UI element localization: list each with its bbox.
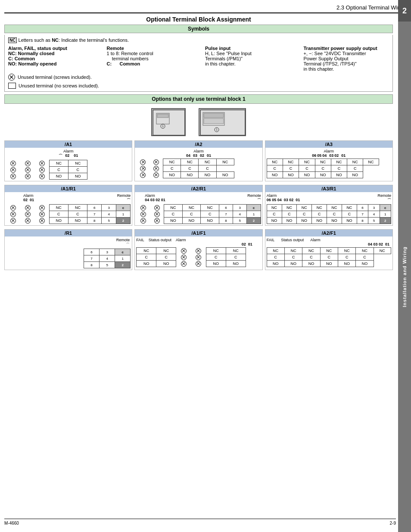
R1-table: 63c 741 852 [6,249,131,268]
symbols-section: Symbols NC Letters such as NC: Indicate … [4,25,393,92]
section-R1-body: Remote ⌒ 63c 741 [5,236,132,270]
A2F1-table: NC NCNC NCNC NCNC C CC CC C NO [267,247,391,267]
section-A1F1: /A1/F1 FAIL Status output Alarm 02 01 NC… [134,229,262,270]
section-A1R1-header: /A1/R1 [5,185,132,192]
header-bar: 2.3 Optional Terminal Wiring [4,4,407,13]
section-A3R1-body: Alarm Remote 06 05 04 03 02 01 ⌒ NCNCNCN… [265,192,392,225]
svg-rect-8 [204,118,224,124]
symbols-body: NC Letters such as NC: Indicate the term… [4,35,393,92]
pulse-title: Pulse input [205,46,291,51]
footer-left: M-4660 [4,521,19,526]
alarm-nc: NC: Normally closed [8,51,94,56]
A3R1-table: NCNCNCNCNCNC63c CCCCCC741 NONONONONONO85… [267,204,391,224]
footer-right: 2-9 [390,521,396,526]
A2-table: NCNCNCNC CCC NONONONO [136,159,261,178]
device-box-1: 1 [151,108,186,136]
section-R1: /R1 Remote ⌒ 63c [4,229,132,270]
section-A2R1: /A2/R1 Alarm Remote 04 03 02 01 ⌒ [134,185,262,226]
options-header: Options that only use terminal block 1 [4,94,393,104]
unused-screw-text: Unused terminal (screws included). [18,75,92,80]
svg-text:1: 1 [216,128,218,131]
page-footer: M-4660 2-9 [4,519,396,526]
section-A3-body: Alarm 060504030201 NCNCNCNCNCNCNC CCCCCC… [265,148,392,180]
section-A3R1: /A3/R1 Alarm Remote 06 05 04 03 02 01 ⌒ … [265,185,393,226]
section-A1F1-header: /A1/F1 [135,230,262,236]
section-A2R1-header: /A2/R1 [135,185,262,192]
section-A2F1-header: /A2/F1 [265,230,392,236]
unused-screw-row: Unused terminal (screws included). [8,74,389,81]
alarm-title: Alarm, FAIL, status output [8,46,94,51]
page-title: Optional Terminal Block Assignment [4,16,393,23]
sections-row-1: /A1 Alarm ⌒0201 NCNC [4,140,393,181]
A1R1-table: NCNC63c CC741 NONO852 [6,204,131,224]
symbols-header: Symbols [4,25,393,33]
square-icon [8,83,16,89]
remote-c: C: Common [107,61,193,66]
section-A1R1-body: Alarm Remote 02 01 ⌒ NCNC63c [5,192,132,225]
transmitter-desc: +, −: See "24VDC TransmitterPower Supply… [304,51,389,72]
remote-col: Remote 1 to 8: Remote control terminal n… [107,46,193,72]
header-title: 2.3 Optional Terminal Wiring [336,4,407,11]
sidebar-text: Installation and Wiring [398,22,411,532]
symbols-nc-desc: NC Letters such as NC: Indicate the term… [8,37,389,43]
section-A1: /A1 Alarm ⌒0201 NCNC [4,140,132,181]
section-A2F1: /A2/F1 FAIL Status output Alarm 04 03 02… [265,229,393,270]
A2R1-table: NCNCNC63c CCC741 NONONO852 [136,204,261,224]
device-diagrams: 1 1 [4,108,393,136]
section-A1F1-body: FAIL Status output Alarm 02 01 NC NC NCN… [135,236,262,268]
device-box-2: 1 [199,108,246,136]
section-A3-header: /A3 [265,141,392,148]
pulse-col: Pulse input H, L: See "Pulse InputTermin… [205,46,291,72]
symbols-desc-text: Letters such as NC: Indicate the termina… [19,37,129,43]
svg-rect-2 [157,114,168,118]
unused-noscrew-row: Unused terminal (no screws included). [8,83,389,89]
transmitter-title: Transmitter power supply output [304,46,389,51]
A1F1-table: NC NC NCNC C C CC [136,247,261,267]
transmitter-col: Transmitter power supply output +, −: Se… [304,46,389,72]
symbols-row: Alarm, FAIL, status output NC: Normally … [8,46,389,72]
sections-row-2: /A1/R1 Alarm Remote 02 01 ⌒ [4,185,393,226]
page-wrapper: 2.3 Optional Terminal Wiring 2 Installat… [0,0,411,532]
pulse-desc: H, L: See "Pulse InputTerminals (/PM1)"i… [205,51,291,66]
section-A3R1-header: /A3/R1 [265,185,392,192]
section-A2: /A2 Alarm 04030201 NCNCNCNC [134,140,262,181]
main-content: Optional Terminal Block Assignment Symbo… [4,16,393,270]
sidebar-number: 2 [398,0,411,22]
section-A2F1-body: FAIL Status output Alarm 04 03 02 01 NC … [265,236,392,268]
unused-noscrew-text: Unused terminal (no screws included). [19,83,99,88]
svg-text:1: 1 [162,124,164,128]
sections-row-3: /R1 Remote ⌒ 63c [4,229,393,270]
A3-table: NCNCNCNCNCNCNC CCCCCC NONONONONONO [267,159,391,178]
section-A3: /A3 Alarm 060504030201 NCNCNCNCNCNCNC CC… [265,140,393,181]
nc-box: NC [8,37,17,43]
alarm-no: NO: Normally opened [8,61,94,66]
alarm-c: C: Common [8,56,94,61]
section-A1R1: /A1/R1 Alarm Remote 02 01 ⌒ [4,185,132,226]
section-R1-header: /R1 [5,230,132,236]
section-A2-body: Alarm 04030201 NCNCNCNC [135,148,262,180]
section-A2-header: /A2 [135,141,262,148]
remote-desc: 1 to 8: Remote control terminal numbers [107,51,193,61]
remote-title: Remote [107,46,193,51]
section-A2R1-body: Alarm Remote 04 03 02 01 ⌒ NCNCNC63c [135,192,262,225]
section-A1-body: Alarm ⌒0201 NCNC [5,148,132,181]
A1-table: NCNC CC [6,160,131,180]
alarm-col: Alarm, FAIL, status output NC: Normally … [8,46,94,72]
right-sidebar: 2 Installation and Wiring [398,0,411,532]
svg-rect-7 [204,113,224,118]
section-A1-header: /A1 [5,141,132,148]
